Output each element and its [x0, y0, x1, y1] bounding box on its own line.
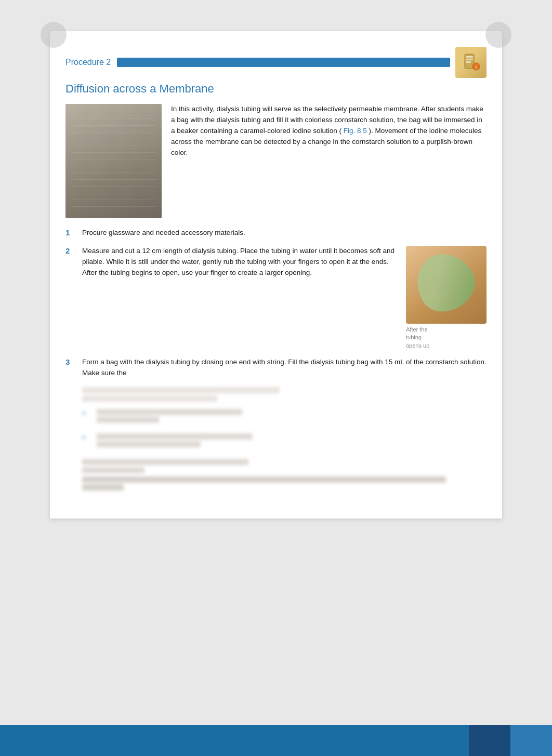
step-2-content: Measure and cut a 12 cm length of dialys… [82, 246, 487, 350]
step-1-text: Procure glassware and needed accessory m… [82, 228, 487, 238]
decorative-circle-right [485, 22, 511, 48]
intro-image [65, 104, 162, 218]
intro-text: In this activity, dialysis tubing will s… [171, 104, 487, 218]
step-2-text: Measure and cut a 12 cm length of dialys… [82, 246, 398, 350]
svg-rect-1 [466, 56, 473, 58]
step-2-image-area: After thetubingopens up [406, 246, 487, 350]
step-2-number: 2 [65, 246, 76, 255]
procedure-header: Procedure 2 i [65, 47, 487, 78]
svg-rect-3 [466, 61, 471, 63]
step-2: 2 Measure and cut a 12 cm length of dial… [65, 246, 487, 350]
blurred-step-4b-content [97, 433, 253, 447]
blurred-step-4a: a [82, 409, 487, 423]
step-2-image [406, 246, 487, 324]
step-3-text: Form a bag with the dialysis tubing by c… [82, 358, 487, 377]
step-3-number: 3 [65, 357, 76, 366]
footer-block-medium [510, 725, 552, 756]
step-2-caption: After thetubingopens up [406, 326, 487, 350]
footer-bar [0, 725, 552, 756]
step-3: 3 Form a bag with the dialysis tubing by… [65, 357, 487, 490]
decorative-circle-left [41, 22, 67, 48]
section-title: Diffusion across a Membrane [65, 82, 487, 96]
step-3-content: Form a bag with the dialysis tubing by c… [82, 357, 487, 490]
page-content: Procedure 2 i Diffusion across a Membran… [50, 31, 502, 519]
procedure-icon: i [455, 47, 487, 78]
blurred-step-4a-content [97, 409, 242, 423]
fig-link[interactable]: Fig. 8.5 [344, 127, 367, 135]
footer-block-dark [469, 725, 510, 756]
step-1: 1 Procure glassware and needed accessory… [65, 228, 487, 238]
svg-rect-2 [466, 59, 473, 60]
blurred-bullet-a: a [82, 409, 90, 417]
blurred-bullet-b: b [82, 433, 90, 441]
intro-area: In this activity, dialysis tubing will s… [65, 104, 487, 218]
blurred-step-4b: b [82, 433, 487, 447]
blurred-content: a b [82, 387, 487, 490]
procedure-label: Procedure 2 [65, 58, 111, 67]
svg-text:i: i [476, 64, 477, 70]
step-1-number: 1 [65, 228, 76, 237]
steps-area: 1 Procure glassware and needed accessory… [65, 228, 487, 490]
procedure-bar [117, 58, 450, 67]
